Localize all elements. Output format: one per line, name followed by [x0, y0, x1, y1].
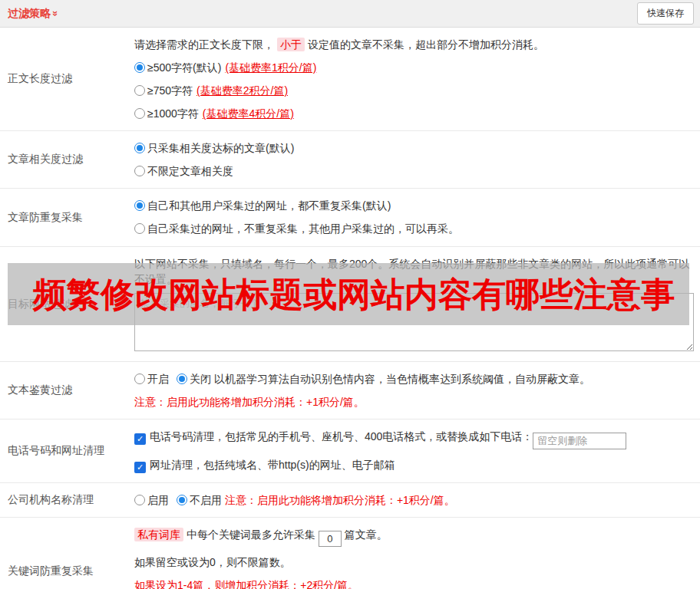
row-content: 私有词库中每个关键词最多允许采集 篇文章。 如果留空或设为0，则不限篇数。 如果…	[134, 518, 700, 589]
row-phone-url-cleanup: 电话号码和网址清理 ✓电话号码清理，包括常见的手机号、座机号、400电话格式，或…	[0, 420, 700, 483]
max-articles-input[interactable]	[319, 531, 342, 547]
row-label: 关键词防重复采集	[0, 518, 134, 589]
blocked-domains-textarea[interactable]	[134, 293, 694, 351]
row-keyword-dedupe: 关键词防重复采集 私有词库中每个关键词最多允许采集 篇文章。 如果留空或设为0，…	[0, 518, 700, 589]
radio-selected-icon[interactable]	[134, 200, 145, 211]
checkbox-checked-icon[interactable]: ✓	[134, 462, 146, 473]
option-label[interactable]: ≥1000字符	[147, 107, 199, 120]
company-off-label[interactable]: 不启用	[190, 494, 222, 506]
row-label: 文本鉴黄过滤	[0, 362, 134, 419]
option-label[interactable]: 自己采集过的网址，不重复采集，其他用户采集过的，可以再采。	[147, 222, 459, 235]
option-label[interactable]: ≥750字符	[147, 84, 193, 97]
keyword-note-cost: 如果设为1-4篇，则增加积分消耗：+2积分/篇。	[134, 577, 694, 589]
porn-detection-options: 开启关闭 以机器学习算法自动识别色情内容，当色情概率达到系统阈值，自动屏蔽文章。	[134, 371, 694, 387]
dedupe-option-own[interactable]: 自己采集过的网址，不重复采集，其他用户采集过的，可以再采。	[134, 221, 694, 236]
phone-cleanup-label[interactable]: 电话号码清理，包括常见的手机号、座机号、400电话格式，或替换成如下电话：	[150, 430, 533, 443]
row-content: 开启关闭 以机器学习算法自动识别色情内容，当色情概率达到系统阈值，自动屏蔽文章。…	[134, 362, 700, 419]
row-porn-detection: 文本鉴黄过滤 开启关闭 以机器学习算法自动识别色情内容，当色情概率达到系统阈值，…	[0, 362, 700, 420]
radio-unselected-icon[interactable]	[134, 373, 145, 384]
fee-note: (基础费率2积分/篇)	[196, 84, 288, 97]
dedupe-option-global[interactable]: 自己和其他用户采集过的网址，都不重复采集(默认)	[134, 198, 694, 213]
row-content: 自己和其他用户采集过的网址，都不重复采集(默认) 自己采集过的网址，不重复采集，…	[134, 189, 700, 246]
keyword-limit-mid: 中每个关键词最多允许采集	[187, 528, 315, 541]
row-content: 以下网站不采集，只填域名，每行一个，最多200个。系统会自动识别并屏蔽那些非文章…	[134, 247, 700, 361]
row-content-length-filter: 正文长度过滤 请选择需求的正文长度下限，小于设定值的文章不采集，超出部分不增加积…	[0, 28, 700, 131]
company-on-label[interactable]: 启用	[147, 494, 169, 506]
row-content: 请选择需求的正文长度下限，小于设定值的文章不采集，超出部分不增加积分消耗。 ≥5…	[134, 28, 700, 130]
fee-note: (基础费率1积分/篇)	[225, 61, 316, 74]
length-option-500[interactable]: ≥500字符(默认)(基础费率1积分/篇)	[134, 60, 694, 75]
radio-unselected-icon[interactable]	[134, 108, 145, 119]
row-label: 正文长度过滤	[0, 28, 134, 130]
row-label: 公司机构名称清理	[0, 483, 134, 517]
company-cleanup-options: 启用不启用 注意：启用此功能将增加积分消耗：+1积分/篇。	[134, 492, 694, 508]
row-content: 只采集相关度达标的文章(默认) 不限定文章相关度	[134, 131, 700, 188]
fee-note: (基础费率4积分/篇)	[203, 107, 294, 120]
quick-save-button[interactable]: 快速保存	[637, 2, 694, 25]
radio-selected-icon[interactable]	[177, 373, 187, 384]
row-anti-duplicate: 文章防重复采集 自己和其他用户采集过的网址，都不重复采集(默认) 自己采集过的网…	[0, 189, 700, 247]
radio-unselected-icon[interactable]	[134, 85, 145, 96]
row-label: 目标网站过滤	[0, 247, 134, 361]
porn-on-label[interactable]: 开启	[147, 373, 169, 385]
keyword-limit-tail: 篇文章。	[345, 528, 388, 541]
private-lexicon-highlight: 私有词库	[134, 528, 183, 541]
row-company-name-cleanup: 公司机构名称清理 启用不启用 注意：启用此功能将增加积分消耗：+1积分/篇。	[0, 483, 700, 518]
url-cleanup-option[interactable]: ✓网址清理，包括纯域名、带http(s)的网址、电子邮箱	[134, 457, 694, 473]
section-title-text: 过滤策略	[8, 7, 51, 19]
row-target-site-filter: 目标网站过滤 以下网站不采集，只填域名，每行一个，最多200个。系统会自动识别并…	[0, 247, 700, 362]
keyword-limit-line: 私有词库中每个关键词最多允许采集 篇文章。	[134, 527, 694, 547]
radio-selected-icon[interactable]	[177, 495, 187, 505]
length-option-1000[interactable]: ≥1000字符(基础费率4积分/篇)	[134, 106, 694, 121]
row-label: 文章相关度过滤	[0, 131, 134, 188]
radio-selected-icon[interactable]	[134, 62, 145, 73]
intro-post: 设定值的文章不采集，超出部分不增加积分消耗。	[308, 38, 544, 51]
radio-selected-icon[interactable]	[134, 143, 145, 153]
row-label: 文章防重复采集	[0, 189, 134, 246]
porn-cost-note: 注意：启用此功能将增加积分消耗：+1积分/篇。	[134, 394, 694, 410]
radio-unselected-icon[interactable]	[134, 223, 145, 234]
company-cost-note: 注意：启用此功能将增加积分消耗：+1积分/篇。	[225, 494, 455, 506]
chevron-down-icon: »	[50, 10, 61, 15]
row-label: 电话号码和网址清理	[0, 420, 134, 482]
url-cleanup-label[interactable]: 网址清理，包括纯域名、带http(s)的网址、电子邮箱	[150, 459, 395, 471]
row-content: 启用不启用 注意：启用此功能将增加积分消耗：+1积分/篇。	[134, 483, 700, 517]
option-label[interactable]: 不限定文章相关度	[147, 165, 233, 177]
radio-unselected-icon[interactable]	[134, 495, 145, 505]
section-title-filter-strategy[interactable]: 过滤策略»	[8, 7, 58, 21]
relevance-option-strict[interactable]: 只采集相关度达标的文章(默认)	[134, 140, 694, 156]
row-content: ✓电话号码清理，包括常见的手机号、座机号、400电话格式，或替换成如下电话： ✓…	[134, 420, 700, 482]
relevance-option-any[interactable]: 不限定文章相关度	[134, 163, 694, 179]
option-label[interactable]: ≥500字符(默认)	[147, 61, 221, 74]
replacement-phone-input[interactable]	[533, 433, 626, 449]
option-label[interactable]: 只采集相关度达标的文章(默认)	[147, 142, 294, 154]
intro-pre: 请选择需求的正文长度下限，	[134, 38, 274, 51]
length-option-750[interactable]: ≥750字符(基础费率2积分/篇)	[134, 83, 694, 98]
less-than-highlight: 小于	[277, 38, 305, 51]
row-relevance-filter: 文章相关度过滤 只采集相关度达标的文章(默认) 不限定文章相关度	[0, 131, 700, 189]
checkbox-checked-icon[interactable]: ✓	[134, 433, 146, 445]
content-length-intro: 请选择需求的正文长度下限，小于设定值的文章不采集，超出部分不增加积分消耗。	[134, 37, 694, 52]
phone-cleanup-option[interactable]: ✓电话号码清理，包括常见的手机号、座机号、400电话格式，或替换成如下电话：	[134, 429, 694, 449]
radio-unselected-icon[interactable]	[134, 166, 145, 176]
porn-off-label[interactable]: 关闭	[190, 373, 211, 385]
target-site-desc: 以下网站不采集，只填域名，每行一个，最多200个。系统会自动识别并屏蔽那些非文章…	[134, 256, 694, 287]
keyword-note-zero: 如果留空或设为0，则不限篇数。	[134, 554, 694, 570]
porn-desc: 以机器学习算法自动识别色情内容，当色情概率达到系统阈值，自动屏蔽文章。	[214, 373, 590, 385]
filter-settings-page: 过滤策略» 快速保存 正文长度过滤 请选择需求的正文长度下限，小于设定值的文章不…	[0, 0, 700, 589]
option-label[interactable]: 自己和其他用户采集过的网址，都不重复采集(默认)	[147, 199, 391, 212]
topbar: 过滤策略» 快速保存	[0, 0, 700, 28]
